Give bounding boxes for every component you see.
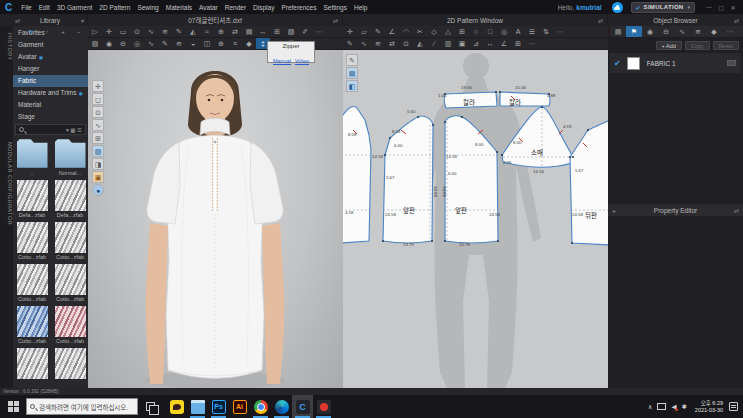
edit-curvature-icon[interactable]: ◠: [399, 26, 413, 37]
pattern-piece-front-left[interactable]: [383, 116, 433, 243]
menu-item-materials[interactable]: Materials: [166, 4, 192, 11]
menu-item-edit[interactable]: Edit: [39, 4, 50, 11]
internal-circle-icon[interactable]: ◎: [497, 26, 511, 37]
topstitch-icon[interactable]: ∿: [144, 38, 158, 49]
stylus-icon[interactable]: ✐: [298, 26, 312, 37]
check-icon[interactable]: ✔: [614, 59, 621, 68]
minimize-button[interactable]: —: [703, 4, 715, 11]
circle-icon[interactable]: ○: [469, 26, 483, 37]
library-fabric-thumbnail[interactable]: Defa...zfab: [15, 180, 50, 222]
taskbar-app-explorer[interactable]: [187, 395, 208, 418]
menu-item-avatar[interactable]: Avatar: [199, 4, 218, 11]
internal-line-icon[interactable]: ∕: [427, 38, 441, 49]
cut-sew-icon[interactable]: ✂: [413, 26, 427, 37]
wind-icon[interactable]: ●: [92, 184, 104, 196]
library-item-avatar[interactable]: Avatar◉: [13, 51, 88, 63]
angle-icon[interactable]: ∠: [497, 38, 511, 49]
dart-icon[interactable]: ◇: [427, 26, 441, 37]
taskbar-clock[interactable]: 오후 6:29 2021-03-30: [695, 400, 723, 414]
view-options-icons[interactable]: ▾ ▦ ☰: [66, 127, 82, 133]
library-item-hardware-and-trims[interactable]: Hardware and Trims◉: [13, 87, 88, 99]
menu-item-sewing[interactable]: Sewing: [137, 4, 158, 11]
arrangement-icon[interactable]: ▣: [92, 171, 104, 183]
menu-item-display[interactable]: Display: [253, 4, 274, 11]
tray-expand-icon[interactable]: ∧: [648, 403, 653, 411]
library-fabric-thumbnail[interactable]: Cotto...zfab: [15, 264, 50, 306]
scale-icon[interactable]: ↔: [256, 26, 270, 37]
measure-icon[interactable]: ↔: [483, 38, 497, 49]
add-point-icon[interactable]: ∠: [385, 26, 399, 37]
library-fabric-thumbnail[interactable]: Cotto...zfab: [53, 222, 88, 264]
remove-icon[interactable]: −: [72, 27, 86, 38]
chevron-down-icon[interactable]: ▾: [81, 17, 84, 24]
menu-item-file[interactable]: File: [21, 4, 31, 11]
task-view-button[interactable]: [142, 395, 158, 418]
garment-sleeve-right[interactable]: [250, 142, 283, 224]
thickness-icon[interactable]: ◨: [92, 158, 104, 170]
polygon-icon[interactable]: △: [441, 26, 455, 37]
taskbar-app-clo[interactable]: C: [292, 395, 313, 418]
library-fabric-thumbnail[interactable]: [15, 348, 50, 388]
avatar-3d[interactable]: [88, 50, 343, 388]
taskbar-app-edge[interactable]: [271, 395, 292, 418]
settings-icon[interactable]: ✱: [681, 403, 686, 411]
library-fabric-thumbnail[interactable]: Cotto...zfab: [53, 264, 88, 306]
library-panel-header[interactable]: ⇄ Library ▾: [13, 14, 88, 26]
tack-icon[interactable]: ⊕: [214, 38, 228, 49]
free-sewing-icon[interactable]: ≋: [371, 38, 385, 49]
binding-icon[interactable]: ◫: [200, 38, 214, 49]
swatch-view-icon[interactable]: ◧: [346, 80, 358, 92]
show-sewing-icon[interactable]: ∿: [92, 119, 104, 131]
menu-item-3d-garment[interactable]: 3D Garment: [57, 4, 92, 11]
library-fabric-thumbnail[interactable]: Cotto...zfab: [15, 306, 50, 348]
edit-pattern-icon[interactable]: ▱: [357, 26, 371, 37]
library-item-stage[interactable]: Stage: [13, 111, 88, 123]
seam-allowance-icon[interactable]: ▣: [455, 38, 469, 49]
edit-point-curve-icon[interactable]: ✎: [371, 26, 385, 37]
display-icon[interactable]: [657, 403, 666, 410]
text-icon[interactable]: A: [511, 26, 525, 37]
dock-icon[interactable]: ⇄: [15, 17, 20, 24]
internal-rect-icon[interactable]: □: [483, 26, 497, 37]
zipper-pull[interactable]: [214, 141, 217, 144]
grid-icon[interactable]: ⊞: [511, 38, 525, 49]
show-avatar-icon[interactable]: ◻: [92, 93, 104, 105]
annotation-icon[interactable]: ☰: [525, 26, 539, 37]
edit-texture-icon[interactable]: ▧: [88, 38, 102, 49]
tooltip-manual-link[interactable]: Manual: [273, 58, 291, 64]
transform-pattern-icon[interactable]: ✛: [343, 26, 357, 37]
username-link[interactable]: kmutrial: [576, 4, 601, 11]
library-item-fabric[interactable]: Fabric: [13, 75, 88, 87]
puckering-icon[interactable]: ≋: [690, 26, 706, 37]
edit-tool-icon[interactable]: ✎: [346, 54, 358, 66]
pattern-piece-left-partial[interactable]: [343, 106, 371, 243]
dock-icon[interactable]: ⇄: [333, 17, 338, 24]
dock-icon[interactable]: ⇄: [734, 17, 739, 24]
trim-icon[interactable]: ◆: [242, 38, 256, 49]
select-box-icon[interactable]: ▭: [116, 26, 130, 37]
rectangle-icon[interactable]: ⊞: [455, 26, 469, 37]
dock-icon[interactable]: ⇄: [734, 207, 739, 214]
show-grid-icon[interactable]: ⊞: [92, 132, 104, 144]
more-icon[interactable]: ⋯: [553, 26, 567, 37]
pattern-piece-back[interactable]: [570, 120, 608, 245]
modular-configurator-tab[interactable]: MODULAR CONFIGURATOR: [0, 114, 13, 254]
library-fabric-thumbnail[interactable]: [53, 348, 88, 388]
taskbar-app-photoshop[interactable]: Ps: [208, 395, 229, 418]
taskbar-search-box[interactable]: 검색하려면 여기에 입력하십시오.: [26, 398, 138, 415]
reset-button[interactable]: Reset: [713, 41, 739, 50]
taskbar-app-illustrator[interactable]: Ai: [229, 395, 250, 418]
cloud-sync-icon[interactable]: [612, 2, 623, 13]
volume-icon[interactable]: ◀: [671, 403, 676, 411]
topstitch-icon[interactable]: ∿: [674, 26, 690, 37]
avatar-tape-icon[interactable]: ⇄: [228, 26, 242, 37]
file-tab[interactable]: 07래글런티셔츠.dxf ⇄: [88, 14, 343, 26]
button-icon[interactable]: ◉: [102, 38, 116, 49]
trace-icon[interactable]: ▥: [441, 38, 455, 49]
show-pins-icon[interactable]: ⊙: [92, 106, 104, 118]
3d-viewport[interactable]: ✛◻⊙∿⊞▨◨▣●: [88, 50, 343, 388]
copy-button[interactable]: Copy: [685, 41, 710, 50]
pattern-piece-collar-right[interactable]: [500, 92, 550, 106]
piping-icon[interactable]: ◒: [186, 38, 200, 49]
add-icon[interactable]: +: [56, 27, 70, 38]
